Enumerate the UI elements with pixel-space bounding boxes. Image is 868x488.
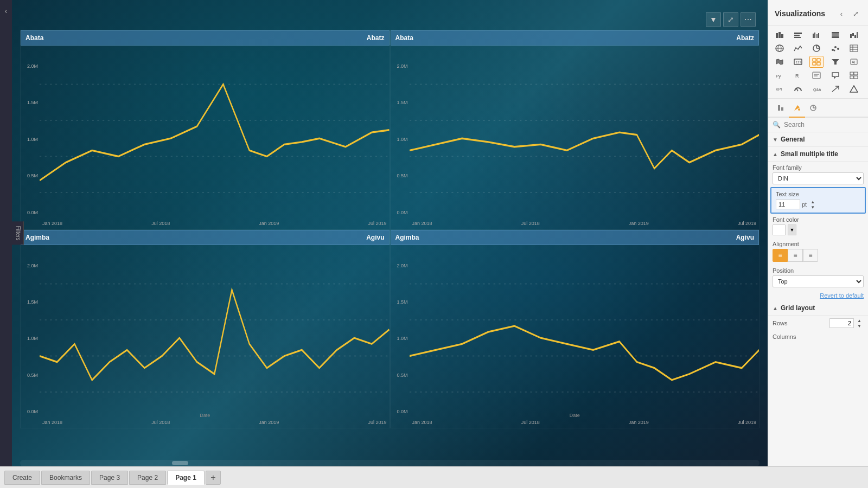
sm-cell-1: Abata Abatz 2.0M 1.5M 1.0M 0.5M 0.0M [20, 30, 390, 229]
tab-bookmarks[interactable]: Bookmarks [41, 471, 90, 485]
viz-icon-gauge[interactable] [791, 83, 805, 95]
filters-tab[interactable]: Filters [12, 221, 24, 245]
collapse-sidebar-button[interactable]: ‹ [3, 4, 10, 17]
viz-icon-scatter[interactable] [828, 42, 843, 54]
viz-icon-qna[interactable]: Q&A [809, 83, 824, 95]
rows-up-button[interactable]: ▲ [855, 318, 864, 323]
columns-label: Columns [773, 333, 864, 340]
x-axis-title-3: Date [200, 413, 210, 418]
text-size-unit: pt [802, 201, 807, 208]
align-left-button[interactable]: ≡ [773, 249, 788, 262]
svg-rect-28 [832, 36, 839, 38]
font-family-select[interactable]: DIN Arial Segoe UI Calibri [773, 172, 864, 184]
svg-text:KPI: KPI [776, 87, 782, 91]
viz-icon-filled-map[interactable] [773, 56, 787, 68]
viz-icon-small-multiple[interactable] [809, 56, 824, 68]
section-header-general[interactable]: ▼ General [768, 132, 868, 147]
tab-page2[interactable]: Page 2 [129, 471, 166, 485]
viz-icon-text-box[interactable] [809, 69, 824, 81]
viz-icon-matrix[interactable] [847, 69, 861, 81]
svg-rect-64 [854, 76, 858, 79]
line-chart-svg-2 [410, 48, 760, 229]
rows-down-button[interactable]: ▼ [855, 323, 864, 329]
svg-rect-21 [794, 37, 801, 38]
panel-title: Visualizations [775, 9, 825, 18]
svg-point-72 [798, 108, 800, 111]
text-size-up[interactable]: ▲ [808, 199, 817, 204]
align-right-button[interactable]: ≡ [803, 249, 818, 262]
color-swatch[interactable] [773, 224, 786, 235]
x-axis-2: Jan 2018 Jul 2018 Jan 2019 Jul 2019 [410, 218, 760, 229]
svg-rect-51 [813, 62, 816, 65]
sm-title-left-4: Agimba [395, 234, 419, 241]
panel-back-button[interactable]: ‹ [835, 8, 847, 20]
svg-rect-61 [850, 72, 853, 75]
expand-button[interactable]: ⤢ [723, 12, 738, 27]
viz-icon-cluster-bar[interactable] [809, 29, 824, 41]
text-size-spinners: ▲ ▼ [808, 199, 817, 210]
search-input[interactable] [784, 121, 865, 129]
sm-title-bar-4: Agimba Agivu [391, 230, 760, 245]
svg-line-66 [796, 88, 798, 91]
add-page-button[interactable]: + [206, 471, 221, 485]
line-chart-svg-4 [410, 248, 760, 428]
svg-rect-63 [850, 76, 853, 79]
text-size-label: Text size [776, 191, 860, 197]
svg-rect-24 [816, 34, 818, 38]
sm-cell-4: Agimba Agivu 2.0M 1.5M 1.0M 0.5M 0.0M [390, 229, 760, 429]
align-center-button[interactable]: ≡ [788, 249, 803, 262]
viz-icon-python[interactable]: Py [773, 69, 787, 81]
sm-title-right-3: Agivu [366, 234, 384, 241]
tab-format[interactable] [789, 101, 805, 118]
position-select[interactable]: Top Bottom Left Right [773, 275, 864, 287]
chart-scrollbar[interactable] [20, 460, 760, 466]
svg-rect-30 [852, 33, 854, 36]
viz-icon-speech[interactable] [828, 69, 843, 81]
viz-icon-shape[interactable] [847, 83, 861, 95]
text-size-input[interactable] [776, 200, 800, 209]
svg-point-40 [834, 46, 837, 48]
tab-analytics[interactable] [805, 101, 821, 118]
tab-page1[interactable]: Page 1 [167, 471, 205, 485]
viz-icon-line-chart[interactable] [791, 42, 805, 54]
tab-build[interactable] [773, 101, 789, 118]
viz-icon-ai[interactable]: AI [847, 56, 861, 68]
viz-icon-pie-chart[interactable] [809, 42, 824, 54]
viz-icon-kpi[interactable]: KPI [773, 83, 787, 95]
more-options-button[interactable]: ⋯ [741, 12, 756, 27]
svg-text:Q&A: Q&A [813, 88, 821, 92]
tab-create[interactable]: Create [4, 471, 40, 485]
text-size-down[interactable]: ▼ [808, 204, 817, 210]
y-axis-3: 2.0M 1.5M 1.0M 0.5M 0.0M [21, 260, 40, 418]
section-header-small-multiple[interactable]: ▲ Small multiple title [768, 147, 868, 162]
viz-icon-arrow[interactable] [828, 83, 843, 95]
svg-marker-53 [832, 59, 839, 65]
viz-icon-stacked-bar[interactable] [773, 29, 787, 41]
viz-icon-bar-chart[interactable] [791, 29, 805, 41]
font-color-field: Font color ▼ [768, 214, 868, 238]
viz-icon-map[interactable] [773, 42, 787, 54]
panel-expand-button[interactable]: ⤢ [850, 8, 861, 20]
viz-icon-funnel[interactable] [828, 56, 843, 68]
section-header-grid-layout[interactable]: ▲ Grid layout [768, 301, 868, 316]
y-axis-1: 2.0M 1.5M 1.0M 0.5M 0.0M [21, 61, 40, 218]
color-dropdown-button[interactable]: ▼ [788, 224, 796, 235]
line-chart-svg-3 [40, 248, 390, 428]
svg-text:R: R [795, 73, 799, 79]
alignment-field: Alignment ≡ ≡ ≡ [768, 238, 868, 265]
scrollbar-thumb[interactable] [172, 461, 188, 465]
filter-button[interactable]: ▼ [706, 12, 721, 27]
viz-icon-card[interactable]: 123 [791, 56, 805, 68]
revert-to-default-link[interactable]: Revert to default [768, 290, 868, 301]
viz-icon-100-bar[interactable] [828, 29, 843, 41]
viz-icon-r[interactable]: R [791, 69, 805, 81]
line-chart-svg-1 [40, 48, 390, 229]
tab-page3[interactable]: Page 3 [91, 471, 128, 485]
rows-input[interactable] [829, 318, 854, 328]
sm-chart-area-1: 2.0M 1.5M 1.0M 0.5M 0.0M Jan 20 [21, 46, 390, 229]
viz-icons-grid: 123 AI Py R [768, 25, 868, 99]
svg-rect-50 [817, 59, 820, 61]
svg-text:123: 123 [796, 61, 802, 64]
viz-icon-waterfall[interactable] [847, 29, 861, 41]
viz-icon-table[interactable] [847, 42, 861, 54]
